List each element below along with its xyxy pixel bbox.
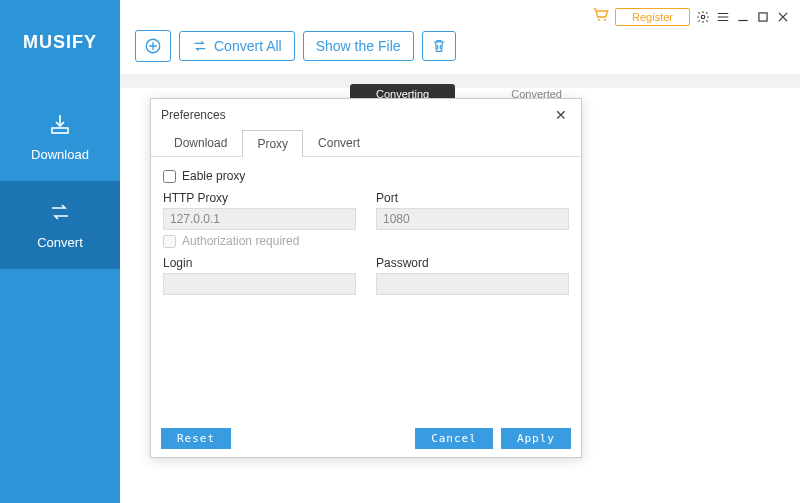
svg-point-2 — [701, 15, 705, 19]
apply-button[interactable]: Apply — [501, 428, 571, 449]
sidebar-item-download[interactable]: Download — [0, 93, 120, 181]
cart-icon[interactable] — [593, 8, 609, 26]
convert-all-label: Convert All — [214, 38, 282, 54]
convert-icon — [48, 200, 72, 227]
enable-proxy-checkbox[interactable] — [163, 170, 176, 183]
preferences-dialog: Preferences ✕ Download Proxy Convert Eab… — [150, 98, 582, 458]
dialog-header: Preferences ✕ — [151, 99, 581, 129]
dialog-tabs: Download Proxy Convert — [151, 129, 581, 157]
login-input[interactable] — [163, 273, 356, 295]
show-file-label: Show the File — [316, 38, 401, 54]
auth-required-checkbox — [163, 235, 176, 248]
port-label: Port — [376, 191, 569, 205]
dialog-title: Preferences — [161, 108, 226, 122]
sidebar: MUSIFY Download Convert — [0, 0, 120, 503]
maximize-icon[interactable] — [756, 10, 770, 24]
auth-required-row: Authorization required — [163, 234, 569, 248]
password-label: Password — [376, 256, 569, 270]
tab-convert[interactable]: Convert — [303, 129, 375, 156]
auth-required-label: Authorization required — [182, 234, 299, 248]
enable-proxy-row: Eable proxy — [163, 169, 569, 183]
delete-button[interactable] — [422, 31, 456, 61]
add-button[interactable] — [135, 30, 171, 62]
minimize-icon[interactable] — [736, 10, 750, 24]
svg-point-0 — [598, 19, 600, 21]
dialog-close-icon[interactable]: ✕ — [551, 105, 571, 125]
http-proxy-input[interactable] — [163, 208, 356, 230]
port-input[interactable] — [376, 208, 569, 230]
sidebar-item-convert[interactable]: Convert — [0, 181, 120, 269]
password-input[interactable] — [376, 273, 569, 295]
system-bar: Register — [593, 0, 800, 30]
svg-point-1 — [604, 19, 606, 21]
sidebar-item-label: Download — [31, 147, 89, 162]
app-logo: MUSIFY — [0, 0, 120, 93]
tab-proxy[interactable]: Proxy — [242, 130, 303, 157]
sidebar-item-label: Convert — [37, 235, 83, 250]
gear-icon[interactable] — [696, 10, 710, 24]
enable-proxy-label: Eable proxy — [182, 169, 245, 183]
svg-rect-3 — [759, 13, 767, 21]
tab-download[interactable]: Download — [159, 129, 242, 156]
toolbar: Convert All Show the File — [135, 30, 456, 62]
cancel-button[interactable]: Cancel — [415, 428, 493, 449]
convert-all-button[interactable]: Convert All — [179, 31, 295, 61]
dialog-body: Eable proxy HTTP Proxy Port Authorizatio… — [151, 157, 581, 420]
svg-rect-4 — [52, 128, 68, 133]
reset-button[interactable]: Reset — [161, 428, 231, 449]
register-button[interactable]: Register — [615, 8, 690, 26]
download-icon — [48, 112, 72, 139]
login-label: Login — [163, 256, 356, 270]
dialog-footer: Reset Cancel Apply — [151, 420, 581, 457]
close-icon[interactable] — [776, 10, 790, 24]
menu-icon[interactable] — [716, 10, 730, 24]
http-proxy-label: HTTP Proxy — [163, 191, 356, 205]
show-file-button[interactable]: Show the File — [303, 31, 414, 61]
